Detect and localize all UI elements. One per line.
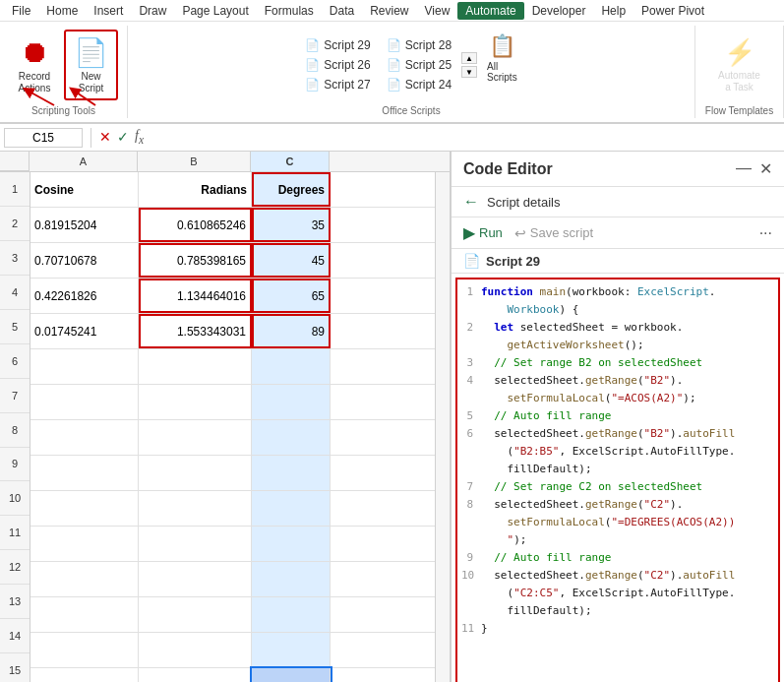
script-29[interactable]: 📄 Script 29 bbox=[301, 36, 374, 54]
script-28[interactable]: 📄 Script 28 bbox=[383, 36, 455, 54]
row-num-3[interactable]: 3 bbox=[0, 241, 30, 276]
cell-c3[interactable]: 45 bbox=[252, 243, 331, 278]
formula-divider bbox=[90, 128, 91, 148]
cell-c5[interactable]: 89 bbox=[252, 314, 331, 348]
scripts-scroll[interactable]: ▲ ▼ bbox=[459, 50, 479, 80]
menu-review[interactable]: Review bbox=[362, 2, 416, 20]
script-27[interactable]: 📄 Script 27 bbox=[301, 76, 374, 93]
new-script-button[interactable]: 📄 NewScript bbox=[64, 30, 118, 100]
menu-page-layout[interactable]: Page Layout bbox=[174, 2, 256, 20]
spreadsheet-area: A B C 1 2 3 4 5 6 7 8 9 10 11 12 13 14 1… bbox=[0, 152, 450, 682]
cell-b5[interactable]: 1.553343031 bbox=[139, 314, 252, 348]
script-name-text: Script 29 bbox=[486, 254, 540, 269]
scripts-grid: 📄 Script 29 📄 Script 28 📄 Script 26 📄 Sc… bbox=[297, 32, 459, 97]
function-icon[interactable]: fx bbox=[135, 128, 144, 147]
all-scripts-button[interactable]: 📋 AllScripts bbox=[479, 30, 525, 100]
row-num-1[interactable]: 1 bbox=[0, 172, 30, 207]
menu-file[interactable]: File bbox=[4, 2, 38, 20]
col-header-c[interactable]: C bbox=[251, 152, 330, 171]
menu-data[interactable]: Data bbox=[322, 2, 362, 20]
row-num-11[interactable]: 11 bbox=[0, 516, 30, 550]
cell-a3[interactable]: 0.70710678 bbox=[30, 243, 139, 278]
table-row: 0.01745241 1.553343031 89 bbox=[30, 314, 435, 349]
confirm-icon[interactable]: ✓ bbox=[117, 129, 129, 145]
minimize-icon[interactable]: — bbox=[736, 159, 752, 178]
row-num-7[interactable]: 7 bbox=[0, 379, 30, 413]
table-row bbox=[30, 668, 435, 682]
menu-developer[interactable]: Developer bbox=[524, 2, 594, 20]
row-num-13[interactable]: 13 bbox=[0, 585, 30, 619]
script-25[interactable]: 📄 Script 25 bbox=[383, 56, 455, 74]
table-row bbox=[30, 420, 435, 456]
row-num-2[interactable]: 2 bbox=[0, 207, 30, 241]
cell-a1[interactable]: Cosine bbox=[30, 172, 139, 207]
all-scripts-label: AllScripts bbox=[487, 61, 517, 83]
save-button[interactable]: ↩ Save script bbox=[514, 225, 593, 241]
script-icon: 📄 bbox=[305, 78, 320, 92]
ribbon: ⏺ RecordActions 📄 NewScript Scripting To… bbox=[0, 22, 784, 124]
script-name-bar: 📄 Script 29 bbox=[452, 249, 784, 274]
cell-b3[interactable]: 0.785398165 bbox=[139, 243, 252, 278]
code-line: "); bbox=[461, 531, 774, 549]
cell-b4[interactable]: 1.134464016 bbox=[139, 279, 252, 313]
menu-insert[interactable]: Insert bbox=[86, 2, 131, 20]
menu-power-pivot[interactable]: Power Pivot bbox=[633, 2, 712, 20]
row-num-4[interactable]: 4 bbox=[0, 276, 30, 310]
flow-templates-label: Flow Templates bbox=[695, 105, 783, 116]
cell-c1[interactable]: Degrees bbox=[252, 172, 331, 207]
formula-input[interactable] bbox=[148, 129, 780, 147]
grid-content: Cosine Radians Degrees 0.81915204 0.6108… bbox=[30, 172, 435, 682]
row-num-14[interactable]: 14 bbox=[0, 619, 30, 653]
row-num-6[interactable]: 6 bbox=[0, 344, 30, 379]
code-line: ("B2:B5", ExcelScript.AutoFillType. bbox=[461, 443, 774, 461]
save-icon: ↩ bbox=[514, 225, 526, 241]
table-row bbox=[30, 562, 435, 597]
office-scripts-label: Office Scripts bbox=[128, 105, 694, 116]
row-num-12[interactable]: 12 bbox=[0, 550, 30, 585]
vertical-scrollbar[interactable] bbox=[435, 172, 450, 682]
cell-c4[interactable]: 65 bbox=[252, 279, 331, 313]
cell-c2[interactable]: 35 bbox=[252, 208, 331, 242]
row-num-9[interactable]: 9 bbox=[0, 448, 30, 482]
script-27-label: Script 27 bbox=[324, 78, 370, 92]
row-num-15[interactable]: 15 bbox=[0, 653, 30, 682]
row-num-8[interactable]: 8 bbox=[0, 413, 30, 448]
menu-automate[interactable]: Automate bbox=[457, 2, 523, 20]
formula-bar: ✕ ✓ fx bbox=[0, 124, 784, 152]
col-header-b[interactable]: B bbox=[138, 152, 251, 171]
menu-formulas[interactable]: Formulas bbox=[257, 2, 322, 20]
automate-icon: ⚡ bbox=[724, 37, 755, 68]
code-line: 5 // Auto fill range bbox=[461, 407, 774, 425]
code-area[interactable]: 1function main(workbook: ExcelScript. Wo… bbox=[455, 278, 780, 682]
cell-b2[interactable]: 0.610865246 bbox=[139, 208, 252, 242]
code-line: 2 let selectedSheet = workbook. bbox=[461, 319, 774, 337]
col-header-a[interactable]: A bbox=[30, 152, 138, 171]
row-num-10[interactable]: 10 bbox=[0, 481, 30, 516]
cancel-icon[interactable]: ✕ bbox=[99, 129, 111, 145]
menu-view[interactable]: View bbox=[417, 2, 458, 20]
code-line: 7 // Set range C2 on selectedSheet bbox=[461, 478, 774, 496]
menu-help[interactable]: Help bbox=[593, 2, 633, 20]
close-icon[interactable]: ✕ bbox=[759, 159, 772, 178]
cell-a4[interactable]: 0.42261826 bbox=[30, 279, 139, 313]
more-options-button[interactable]: ··· bbox=[759, 224, 772, 242]
code-line: 10 selectedSheet.getRange("C2").autoFill bbox=[461, 567, 774, 585]
back-arrow-icon[interactable]: ← bbox=[463, 193, 479, 211]
cell-a2[interactable]: 0.81915204 bbox=[30, 208, 139, 242]
scroll-down-arrow[interactable]: ▼ bbox=[461, 66, 477, 78]
script-24[interactable]: 📄 Script 24 bbox=[383, 76, 455, 93]
row-num-5[interactable]: 5 bbox=[0, 310, 30, 344]
menu-draw[interactable]: Draw bbox=[131, 2, 174, 20]
script-name-icon: 📄 bbox=[463, 253, 480, 269]
record-actions-button[interactable]: ⏺ RecordActions bbox=[9, 30, 60, 100]
scroll-up-arrow[interactable]: ▲ bbox=[461, 52, 477, 64]
code-line: setFormulaLocal("=DEGREES(ACOS(A2)) bbox=[461, 514, 774, 531]
cell-ref-input[interactable] bbox=[4, 128, 83, 148]
cell-a5[interactable]: 0.01745241 bbox=[30, 314, 139, 348]
cell-b1[interactable]: Radians bbox=[139, 172, 252, 207]
script-26[interactable]: 📄 Script 26 bbox=[301, 56, 374, 74]
run-button[interactable]: ▶ Run bbox=[463, 223, 503, 242]
script-24-label: Script 24 bbox=[405, 78, 452, 92]
automate-task-button[interactable]: ⚡ Automatea Task bbox=[710, 30, 768, 100]
menu-home[interactable]: Home bbox=[38, 2, 86, 20]
